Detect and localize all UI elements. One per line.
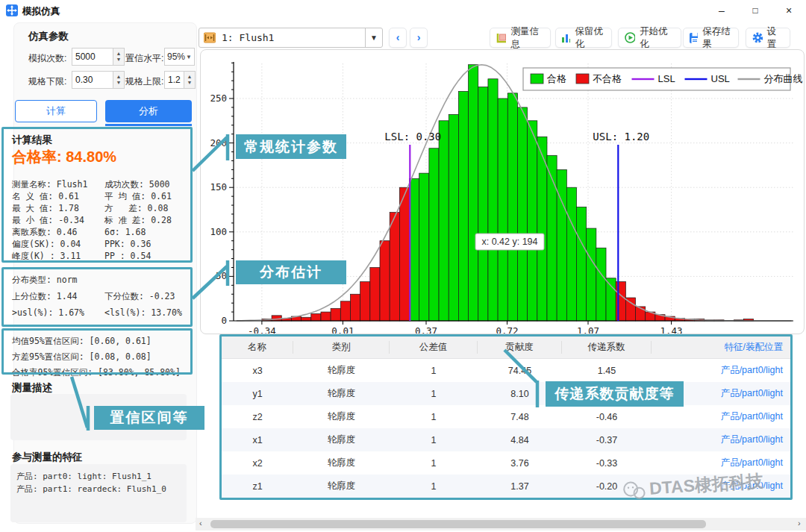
stat-line: 离散系数: 0.46	[12, 226, 87, 238]
table-cell: -0.37	[562, 435, 652, 445]
sim-count-stepper[interactable]: ▲▼	[113, 48, 125, 66]
save-results-button[interactable]: 保存结果	[683, 28, 739, 48]
histogram-chart: 050100150200250-0.340.010.370.721.071.43…	[201, 50, 804, 334]
table-cell: 4.84	[478, 435, 562, 445]
measure-desc-title: 测量描述	[12, 381, 52, 395]
svg-text:250: 250	[210, 93, 227, 104]
svg-text:0: 0	[221, 315, 227, 326]
pass-rate: 合格率: 84.80%	[12, 147, 116, 167]
stat-line: 成功次数: 5000	[104, 178, 172, 190]
feature-link-cell[interactable]: 产品/part0/light	[652, 480, 790, 492]
keep-optimization-button[interactable]: 保留优化	[555, 28, 612, 48]
prev-measurement-button[interactable]: ‹	[389, 28, 407, 48]
table-header-cell: 传递系数	[562, 341, 652, 354]
settings-button[interactable]: 设置	[746, 28, 790, 48]
stat-line: 平 均 值: 0.61	[104, 190, 172, 202]
lsl-stepper[interactable]: ▲▼	[113, 71, 125, 89]
lsl-input[interactable]	[72, 71, 113, 89]
minimize-button[interactable]: –	[710, 3, 733, 18]
calculate-button[interactable]: 计算	[15, 100, 97, 122]
table-header-cell: 特征/装配位置	[652, 341, 790, 354]
panel-title: 仿真参数	[28, 30, 69, 43]
feature-link-cell[interactable]: 产品/part0/light	[652, 410, 790, 423]
window-title: 模拟仿真	[22, 5, 60, 18]
table-cell: 轮廓度	[293, 410, 390, 423]
svg-text:合格: 合格	[547, 73, 566, 84]
table-row[interactable]: x1轮廓度14.84-0.37产品/part0/light	[222, 428, 790, 451]
table-row[interactable]: z1轮廓度11.37-0.20产品/part0/light	[222, 475, 790, 498]
feature-line: 产品: part1: reardeck: Flush1_0	[16, 483, 187, 495]
feature-link-cell[interactable]: 产品/part0/light	[652, 434, 790, 446]
confidence-intervals: 均值95%置信区间: [0.60, 0.61]方差95%置信区间: [0.08,…	[12, 334, 181, 381]
lsl-label: 规格下限:	[28, 75, 66, 88]
stat-line: PP : 0.54	[104, 250, 172, 262]
feature-link-cell[interactable]: 产品/part0/light	[652, 457, 790, 469]
svg-text:不合格: 不合格	[593, 73, 622, 84]
usl-label: 规格上限:	[125, 75, 163, 88]
scroll-left-icon[interactable]: ‹	[199, 519, 202, 528]
scrollbar-thumb[interactable]	[210, 520, 706, 528]
badge-confidence-interval: 置信区间等	[94, 406, 204, 430]
scroll-right-icon[interactable]: ›	[798, 519, 801, 528]
badge-general-stats: 常规统计参数	[236, 134, 346, 159]
table-cell: z2	[222, 412, 293, 422]
confidence-level-label: 置信水平:	[125, 52, 163, 65]
above-usl-pct: >usl(%): 1.67%	[12, 307, 84, 319]
svg-text:100: 100	[210, 226, 227, 237]
usl-stepper[interactable]: ▲▼	[184, 71, 196, 89]
stat-line: 峰度(K) : 3.11	[12, 250, 87, 262]
contribution-table: 名称类别公差值贡献度传递系数特征/装配位置x3轮廓度174.451.45产品/p…	[222, 337, 790, 498]
usl-input[interactable]	[164, 71, 184, 89]
table-header-cell: 类别	[293, 341, 390, 354]
table-row[interactable]: y1轮廓度18.10产品/part0/light	[222, 382, 790, 405]
stats-left-column: 测量名称: Flush1名 义 值: 0.61最 大 值: 1.78最 小 值:…	[12, 178, 87, 262]
table-cell: 7.48	[478, 412, 562, 422]
histogram-card: 050100150200250-0.340.010.370.721.071.43…	[200, 49, 805, 334]
table-cell: x2	[222, 458, 293, 469]
features-box: 产品: part0: light: Flush1_1产品: part1: rea…	[10, 464, 187, 522]
stat-line: 标 准 差: 0.28	[104, 214, 172, 226]
feature-link-cell[interactable]: 产品/part0/light	[652, 364, 790, 377]
table-row[interactable]: x2轮廓度13.76-0.33产品/part0/light	[222, 451, 790, 475]
save-icon	[690, 33, 698, 43]
next-measurement-button[interactable]: ›	[410, 28, 428, 48]
table-row[interactable]: x3轮廓度174.451.45产品/part0/light	[222, 359, 790, 382]
table-cell: 轮廓度	[293, 457, 390, 469]
table-cell: -0.46	[562, 412, 652, 422]
confidence-level-select[interactable]: 95% ▼	[164, 48, 195, 66]
table-cell: 3.76	[478, 458, 562, 469]
start-optimization-button[interactable]: 开始优化	[618, 28, 681, 48]
below-lsl-pct: <lsl(%): 13.70%	[104, 307, 182, 319]
svg-text:-0.34: -0.34	[248, 325, 276, 334]
svg-text:USL: USL	[711, 73, 730, 84]
table-cell: 1.45	[562, 366, 652, 376]
stat-line: 最 大 值: 1.78	[12, 202, 87, 214]
table-cell: -0.33	[562, 458, 652, 469]
table-cell: 1	[390, 412, 478, 422]
svg-text:0.37: 0.37	[415, 325, 437, 334]
stats-right-column: 成功次数: 5000平 均 值: 0.61方 差: 0.08标 准 差: 0.2…	[104, 178, 172, 262]
sim-count-input[interactable]	[72, 48, 113, 66]
app-window: 模拟仿真 – □ × 1: Flush1 ▼ ‹ › 测量信息 保留优化	[0, 0, 806, 532]
table-cell: z1	[222, 481, 293, 492]
simulation-panel	[13, 22, 197, 524]
bar-chart-icon	[562, 33, 570, 43]
badge-transfer-contribution: 传递系数贡献度等	[546, 381, 684, 407]
table-cell: 1	[390, 366, 478, 376]
maximize-button[interactable]: □	[744, 3, 766, 18]
analyze-button[interactable]: 分析	[105, 100, 192, 122]
close-button[interactable]: ×	[778, 3, 800, 18]
measurement-selector[interactable]: 1: Flush1 ▼	[199, 28, 383, 48]
measurement-info-button[interactable]: 测量信息	[490, 28, 551, 48]
svg-text:x: 0.42 y: 194: x: 0.42 y: 194	[481, 237, 537, 247]
table-row[interactable]: z2轮廓度17.48-0.46产品/part0/light	[222, 405, 790, 428]
table-cell: 轮廓度	[293, 434, 390, 446]
table-cell: 1	[390, 435, 478, 445]
confidence-line: 合格率95%置信区间: [83.80%, 85.80%]	[12, 365, 181, 381]
stat-line: 6σ: 1.68	[104, 226, 172, 238]
table-cell: 轮廓度	[293, 387, 390, 400]
badge-distribution-estimate: 分布估计	[236, 260, 346, 284]
stat-line: 测量名称: Flush1	[12, 178, 87, 190]
svg-text:分布曲线: 分布曲线	[764, 73, 803, 84]
app-icon	[6, 4, 18, 16]
